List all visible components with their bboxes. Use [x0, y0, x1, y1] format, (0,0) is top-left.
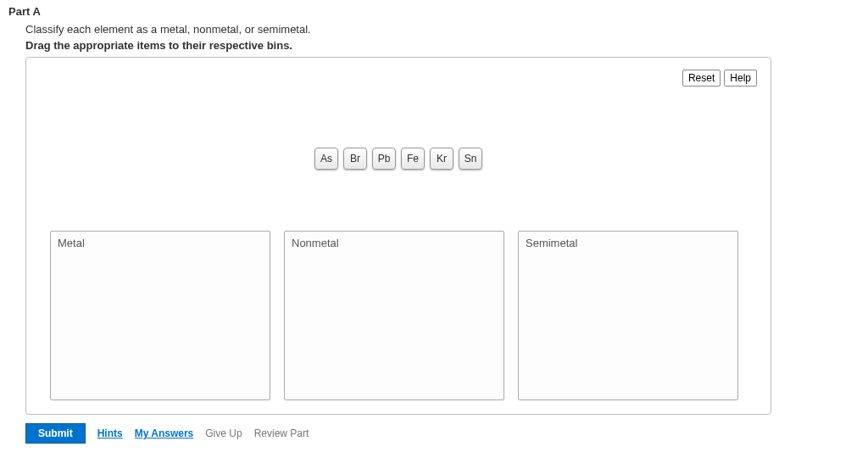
element-tile-sn[interactable]: Sn [459, 148, 482, 170]
help-button[interactable]: Help [724, 70, 757, 87]
bin-label: Nonmetal [292, 237, 339, 249]
part-label: Part A [8, 5, 860, 18]
element-tile-fe[interactable]: Fe [401, 148, 425, 170]
review-part-link[interactable]: Review Part [254, 427, 309, 439]
bin-label: Metal [58, 237, 85, 249]
activity-area: Reset Help As Br Pb Fe Kr Sn Metal Nonme… [25, 57, 771, 415]
instruction-text: Classify each element as a metal, nonmet… [25, 23, 860, 36]
top-button-bar: Reset Help [40, 70, 757, 87]
give-up-link[interactable]: Give Up [205, 427, 242, 439]
bin-container: Metal Nonmetal Semimetal [40, 231, 757, 400]
bottom-action-bar: Submit Hints My Answers Give Up Review P… [25, 423, 860, 444]
element-tile-kr[interactable]: Kr [430, 148, 453, 170]
bin-metal[interactable]: Metal [50, 231, 270, 400]
my-answers-link[interactable]: My Answers [135, 427, 194, 439]
hints-link[interactable]: Hints [97, 427, 123, 439]
element-tile-pb[interactable]: Pb [372, 148, 396, 170]
element-tile-as[interactable]: As [314, 148, 338, 170]
drag-instruction: Drag the appropriate items to their resp… [25, 39, 860, 52]
bin-label: Semimetal [526, 237, 577, 249]
reset-button[interactable]: Reset [682, 70, 721, 87]
bin-nonmetal[interactable]: Nonmetal [284, 231, 504, 400]
bin-semimetal[interactable]: Semimetal [518, 231, 738, 400]
draggable-tile-row: As Br Pb Fe Kr Sn [40, 148, 757, 170]
submit-button[interactable]: Submit [25, 423, 86, 444]
element-tile-br[interactable]: Br [343, 148, 367, 170]
